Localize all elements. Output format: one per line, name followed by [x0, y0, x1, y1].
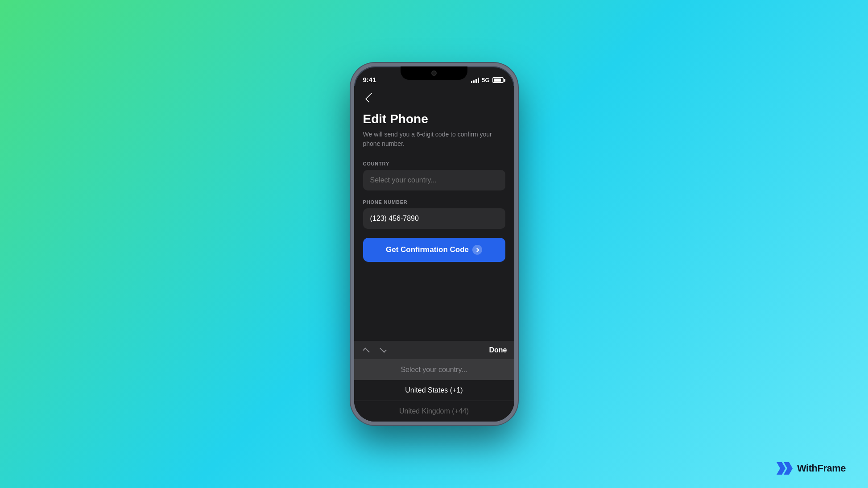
- screen-content: Edit Phone We will send you a 6-digit co…: [354, 86, 514, 422]
- page-subtitle: We will send you a 6-digit code to confi…: [363, 130, 505, 149]
- status-icons: 5G: [471, 77, 505, 83]
- toolbar-next-button[interactable]: [378, 346, 388, 355]
- phone-frame: 9:41 5G: [351, 63, 518, 425]
- country-label: COUNTRY: [363, 161, 505, 166]
- battery-fill: [494, 79, 501, 82]
- keyboard-toolbar: Done: [354, 341, 514, 359]
- battery-tip: [504, 79, 505, 82]
- picker-area: Select your country... United States (+1…: [354, 359, 514, 422]
- signal-bar-4: [478, 78, 479, 83]
- phone-input[interactable]: [363, 208, 505, 229]
- picker-option-uk[interactable]: United Kingdom (+44): [354, 401, 514, 422]
- network-type: 5G: [482, 77, 489, 83]
- confirm-button[interactable]: Get Confirmation Code: [363, 238, 505, 262]
- signal-bar-3: [475, 79, 477, 83]
- form-content: Edit Phone We will send you a 6-digit co…: [354, 108, 514, 341]
- brand-logo: [777, 462, 793, 475]
- button-arrow-icon: [472, 245, 482, 255]
- back-button[interactable]: [363, 91, 377, 105]
- arrow-chevron: [475, 248, 479, 252]
- toolbar-nav: [361, 346, 388, 355]
- signal-bar-2: [473, 80, 475, 83]
- confirm-button-label: Get Confirmation Code: [386, 245, 469, 254]
- app-area: Edit Phone We will send you a 6-digit co…: [354, 86, 514, 422]
- back-arrow-icon: [365, 93, 375, 103]
- chevron-down-icon: [380, 346, 387, 353]
- chevron-up-icon: [363, 347, 370, 355]
- toolbar-done-button[interactable]: Done: [489, 346, 507, 354]
- signal-bar-1: [471, 81, 472, 83]
- nav-bar: [354, 86, 514, 108]
- phone-label: PHONE NUMBER: [363, 199, 505, 205]
- battery-body: [492, 77, 504, 83]
- picker-placeholder[interactable]: Select your country...: [354, 360, 514, 380]
- battery-icon: [492, 77, 505, 83]
- status-time: 9:41: [363, 76, 376, 83]
- brand-name: WithFrame: [797, 463, 846, 474]
- signal-bars-icon: [471, 78, 479, 83]
- branding: WithFrame: [777, 462, 846, 475]
- brand-chevron-1-icon: [777, 462, 785, 475]
- toolbar-prev-button[interactable]: [361, 346, 371, 355]
- phone-notch: [401, 66, 467, 80]
- country-input[interactable]: [363, 170, 505, 190]
- picker-option-us[interactable]: United States (+1): [354, 380, 514, 401]
- page-title: Edit Phone: [363, 112, 505, 126]
- notch-camera: [431, 70, 437, 76]
